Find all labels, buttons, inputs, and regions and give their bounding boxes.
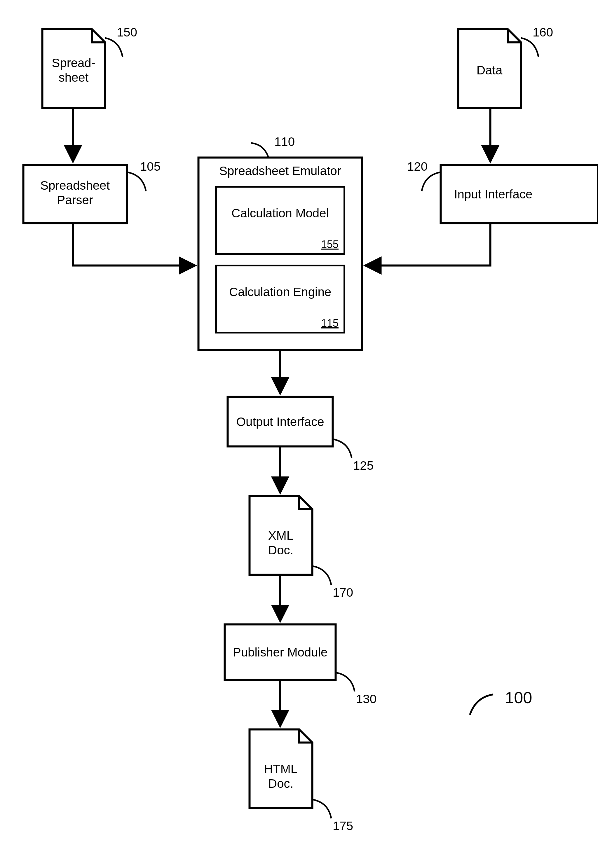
xml-doc-ref: 170 xyxy=(333,586,353,599)
html-doc-ref: 175 xyxy=(333,819,353,833)
calc-model-label: Calculation Model xyxy=(232,206,329,220)
calculation-engine-box: Calculation Engine 115 xyxy=(216,265,344,333)
xml-doc-label1: XML xyxy=(268,529,293,542)
spreadsheet-parser-box: Spreadsheet Parser xyxy=(23,165,127,223)
calculation-model-box: Calculation Model 155 xyxy=(216,187,344,254)
output-interface-label: Output Interface xyxy=(236,415,324,429)
calc-model-ref: 155 xyxy=(321,239,339,251)
html-document: HTML Doc. xyxy=(250,729,312,808)
input-interface-ref: 120 xyxy=(407,160,428,173)
output-interface-box: Output Interface xyxy=(228,397,333,446)
spreadsheet-doc-label2: sheet xyxy=(59,71,89,84)
publisher-ref: 130 xyxy=(356,692,377,706)
system-diagram: Spread- sheet 150 Data 160 Spreadsheet P… xyxy=(0,0,598,868)
xml-doc-label2: Doc. xyxy=(268,543,293,557)
data-document: Data xyxy=(458,29,521,108)
publisher-module-box: Publisher Module xyxy=(225,624,336,680)
data-doc-label: Data xyxy=(477,63,502,77)
calc-engine-ref: 115 xyxy=(321,317,339,329)
parser-label1: Spreadsheet xyxy=(40,179,110,192)
emulator-title: Spreadsheet Emulator xyxy=(219,164,341,178)
html-doc-label2: Doc. xyxy=(268,777,293,790)
spreadsheet-document: Spread- sheet xyxy=(42,29,105,108)
calc-engine-label: Calculation Engine xyxy=(229,285,331,299)
html-doc-label1: HTML xyxy=(264,762,298,776)
data-doc-ref: 160 xyxy=(533,25,553,39)
system-ref: 100 xyxy=(505,688,532,707)
emulator-ref: 110 xyxy=(274,135,295,149)
xml-document: XML Doc. xyxy=(250,496,312,575)
parser-ref: 105 xyxy=(140,160,160,173)
parser-label2: Parser xyxy=(57,193,93,207)
spreadsheet-doc-label1: Spread- xyxy=(52,56,95,70)
output-interface-ref: 125 xyxy=(353,459,374,472)
publisher-label: Publisher Module xyxy=(233,646,328,659)
input-interface-box: Input Interface xyxy=(441,165,598,223)
input-interface-label: Input Interface xyxy=(454,187,533,201)
spreadsheet-doc-ref: 150 xyxy=(117,25,137,39)
